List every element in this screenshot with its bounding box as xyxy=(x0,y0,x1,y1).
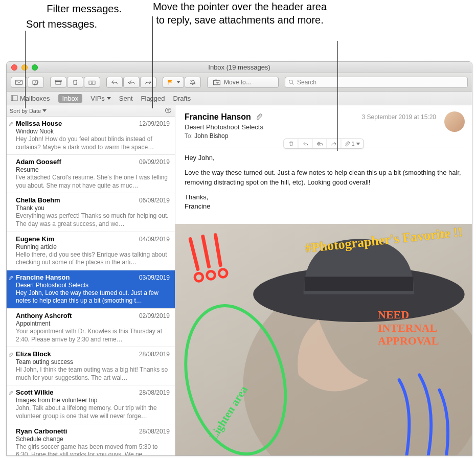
attachment-icon xyxy=(8,352,13,359)
msg-sender: Francine Hanson xyxy=(16,273,70,281)
message-item[interactable]: Adam Gooseff09/09/2019ResumeI've attache… xyxy=(7,155,175,193)
svg-point-16 xyxy=(175,295,300,455)
get-mail-button[interactable] xyxy=(11,77,27,88)
msg-preview: John, Talk about a lifelong memory. Our … xyxy=(16,404,170,420)
msg-date: 28/08/2019 xyxy=(139,351,170,358)
search-input[interactable]: Search xyxy=(285,77,468,88)
svg-point-13 xyxy=(195,273,203,282)
body-greeting: Hey John, xyxy=(185,153,463,163)
reply-button[interactable] xyxy=(106,77,123,88)
callout-sort: Sort messages. xyxy=(10,17,97,31)
move-to-label: Move to… xyxy=(224,79,252,86)
chevron-down-icon xyxy=(42,109,47,112)
img-annotation-approval: NEED INTERNAL APPROVAL xyxy=(378,308,460,347)
attachment-image[interactable]: #Photographer's Favorite !! NEED INTERNA… xyxy=(175,224,472,455)
header-date: 3 September 2019 at 15:20 xyxy=(362,113,436,121)
hdr-delete-button[interactable] xyxy=(284,139,298,148)
reading-pane: Francine Hanson Desert Photoshoot Select… xyxy=(175,105,472,455)
message-item[interactable]: Eugene Kim04/09/2019Running articleHello… xyxy=(7,232,175,270)
msg-date: 28/08/2019 xyxy=(139,428,170,435)
body-signoff: Thanks, xyxy=(185,193,463,202)
fav-sent[interactable]: Sent xyxy=(119,95,133,102)
attachment-icon xyxy=(8,121,13,128)
hdr-attachments-button[interactable]: 1 xyxy=(341,139,363,148)
svg-point-14 xyxy=(207,271,215,280)
body-signature: Francine xyxy=(185,202,463,212)
attach-count: 1 xyxy=(351,141,354,147)
msg-subject: Window Nook xyxy=(16,128,170,135)
search-placeholder: Search xyxy=(297,79,316,86)
msg-subject: Thank you xyxy=(16,204,170,212)
message-item[interactable]: Melissa House12/09/2019Window NookHey Jo… xyxy=(7,117,175,155)
message-list[interactable]: Melissa House12/09/2019Window NookHey Jo… xyxy=(7,117,175,455)
callout-hover: Move the pointer over the header area to… xyxy=(150,0,329,27)
msg-date: 03/09/2019 xyxy=(139,274,170,281)
msg-preview: The girls soccer game has been moved fro… xyxy=(16,443,170,456)
message-item[interactable]: Anthony Ashcroft02/09/2019AppointmentYou… xyxy=(7,309,175,347)
msg-date: 12/09/2019 xyxy=(139,120,170,127)
msg-sender: Eliza Block xyxy=(16,350,51,358)
move-to-button[interactable]: Move to… xyxy=(207,77,279,88)
window-title: Inbox (19 messages) xyxy=(7,63,472,71)
msg-sender: Adam Gooseff xyxy=(16,158,61,166)
junk-button[interactable] xyxy=(84,77,100,88)
filter-button[interactable] xyxy=(165,107,172,114)
msg-preview: Your appointment with Dr. Knowles is thi… xyxy=(16,328,170,344)
msg-date: 02/09/2019 xyxy=(139,312,170,319)
msg-preview: Hey John, Love the way these turned out.… xyxy=(16,289,170,305)
msg-preview: Everything was perfect! Thanks so much f… xyxy=(16,212,170,228)
sort-label: Sort by Date xyxy=(10,108,41,114)
svg-point-6 xyxy=(289,80,293,83)
msg-sender: Eugene Kim xyxy=(16,235,54,243)
attachment-icon xyxy=(8,390,13,397)
msg-subject: Appointment xyxy=(16,320,170,327)
msg-sender: Ryan Carbonetti xyxy=(16,427,67,435)
header-from: Francine Hanson xyxy=(185,112,251,122)
msg-sender: Chella Boehm xyxy=(16,196,60,204)
message-item[interactable]: Eliza Block28/08/2019Team outing success… xyxy=(7,347,175,385)
msg-preview: Hey John! How do you feel about blinds i… xyxy=(16,135,170,151)
hdr-forward-button[interactable] xyxy=(327,139,341,148)
compose-button[interactable] xyxy=(28,77,44,88)
message-body: Hey John, Love the way these turned out.… xyxy=(175,148,472,224)
flag-button[interactable] xyxy=(163,77,184,88)
msg-date: 04/09/2019 xyxy=(139,236,170,243)
msg-preview: I've attached Carol's resume. She's the … xyxy=(16,174,170,190)
chevron-down-icon xyxy=(107,97,111,100)
archive-button[interactable] xyxy=(50,77,66,88)
delete-button[interactable] xyxy=(67,77,83,88)
hdr-reply-all-button[interactable] xyxy=(312,139,327,148)
header-hover-actions: 1 xyxy=(283,139,364,149)
header-to-value: John Bishop xyxy=(194,132,228,140)
msg-date: 28/08/2019 xyxy=(139,389,170,396)
fav-drafts[interactable]: Drafts xyxy=(173,95,191,102)
attachment-icon xyxy=(8,275,13,282)
message-item[interactable]: Scott Wilkie28/08/2019Images from the vo… xyxy=(7,385,175,424)
msg-subject: Images from the volunteer trip xyxy=(16,397,170,404)
mail-window: Inbox (19 messages) xyxy=(6,61,472,456)
forward-button[interactable] xyxy=(140,77,156,88)
reply-all-button[interactable] xyxy=(123,77,140,88)
msg-preview: Hi John, I think the team outing was a b… xyxy=(16,366,170,382)
sort-button[interactable]: Sort by Date xyxy=(10,108,47,114)
msg-sender: Scott Wilkie xyxy=(16,388,54,396)
mailboxes-toggle[interactable]: Mailboxes xyxy=(11,95,50,102)
sender-avatar[interactable] xyxy=(444,111,465,132)
msg-subject: Team outing success xyxy=(16,358,170,365)
msg-subject: Running article xyxy=(16,243,170,250)
toolbar: Move to… Search xyxy=(7,73,472,91)
svg-rect-8 xyxy=(13,96,17,101)
message-item[interactable]: Chella Boehm06/09/2019Thank youEverythin… xyxy=(7,193,175,232)
fav-vips[interactable]: VIPs xyxy=(90,95,110,102)
fav-inbox[interactable]: Inbox xyxy=(58,94,83,103)
message-item[interactable]: Francine Hanson03/09/2019Desert Photosho… xyxy=(7,270,175,309)
message-list-pane: Sort by Date Melissa House12/09/2019Wind… xyxy=(7,105,175,455)
hdr-reply-button[interactable] xyxy=(298,139,312,148)
message-item[interactable]: Ryan Carbonetti28/08/2019Schedule change… xyxy=(7,424,175,456)
msg-subject: Schedule change xyxy=(16,436,170,443)
message-header[interactable]: Francine Hanson Desert Photoshoot Select… xyxy=(175,105,472,144)
msg-preview: Hello there, did you see this? Enrique w… xyxy=(16,251,170,267)
mute-button[interactable] xyxy=(185,77,201,88)
fav-flagged[interactable]: Flagged xyxy=(141,95,165,102)
favorites-bar: Mailboxes Inbox VIPs Sent Flagged Drafts xyxy=(7,91,472,105)
